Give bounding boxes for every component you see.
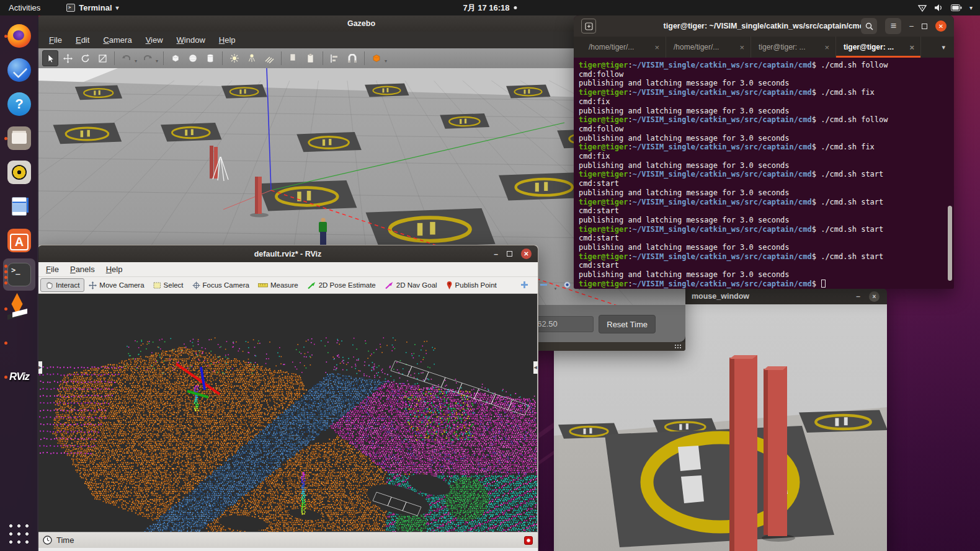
box-tool[interactable]: [167, 50, 184, 66]
tab-close-icon[interactable]: ×: [909, 43, 914, 52]
show-displays-panel-arrow[interactable]: ▶: [38, 361, 42, 374]
terminal-line: cmd:fix: [579, 97, 954, 107]
menu-window[interactable]: Window: [171, 33, 211, 46]
point-light-tool[interactable]: [226, 50, 243, 66]
tool-move-camera[interactable]: Move Camera: [84, 280, 148, 291]
select-arrow-tool[interactable]: [42, 50, 58, 66]
building-dropdown[interactable]: ▾: [385, 58, 387, 64]
dock-item-background-app[interactable]: [3, 327, 35, 359]
terminal-line: tiger@tiger:~/VISIM_single/catkin_ws/src…: [579, 225, 954, 234]
app-menu[interactable]: > Terminal ▾: [66, 3, 118, 12]
menu-help[interactable]: Help: [213, 33, 241, 46]
tab-list-dropdown[interactable]: ▾: [933, 43, 954, 51]
terminal-tab-0[interactable]: /home/tiger/...×: [581, 37, 666, 58]
reset-time-button[interactable]: Reset Time: [599, 315, 656, 333]
time-panel-header[interactable]: Time: [38, 532, 538, 548]
dock-item-rviz[interactable]: RViz: [3, 361, 35, 393]
rviz-icon: RViz: [7, 365, 31, 389]
menu-file[interactable]: File: [40, 263, 65, 276]
menu-panels[interactable]: Panels: [65, 263, 100, 276]
menu-button[interactable]: ≡: [885, 18, 901, 34]
show-applications-button[interactable]: [9, 524, 30, 545]
rviz-title: default.rviz* - RViz: [38, 250, 538, 258]
activities-button[interactable]: Activities: [0, 3, 49, 12]
tool-label: Interact: [56, 281, 79, 289]
tool-publish-point[interactable]: Publish Point: [442, 279, 501, 291]
remove-tool-dropdown[interactable]: ▾: [555, 286, 557, 291]
minimize-button[interactable]: –: [909, 22, 914, 30]
dock-item-thunderbird[interactable]: [3, 54, 35, 86]
tab-close-icon[interactable]: ×: [654, 43, 659, 52]
tool-pose-estimate[interactable]: 2D Pose Estimate: [303, 280, 380, 291]
undo-button[interactable]: [118, 50, 135, 66]
terminal-line: tiger@tiger:~/VISIM_single/catkin_ws/src…: [579, 280, 954, 289]
dock-item-ubuntu-software[interactable]: A: [3, 224, 35, 257]
tab-close-icon[interactable]: ×: [739, 43, 744, 52]
dock-item-gazebo[interactable]: [3, 293, 35, 325]
close-button[interactable]: ✕: [935, 20, 947, 32]
tool-focus-camera[interactable]: Focus Camera: [188, 280, 254, 291]
remove-tool-button[interactable]: [535, 279, 552, 291]
search-button[interactable]: [861, 18, 877, 34]
clock-label: 7月 17 16:18: [463, 2, 509, 14]
menu-edit[interactable]: Edit: [70, 33, 95, 46]
time-panel-close-button[interactable]: [524, 536, 533, 545]
terminal-tab-1[interactable]: /home/tiger/...×: [666, 37, 751, 58]
directional-light-tool[interactable]: [261, 50, 277, 66]
rotate-tool[interactable]: [77, 50, 93, 66]
pointcloud-canvas[interactable]: [38, 294, 538, 532]
close-button[interactable]: ✕: [521, 249, 532, 259]
align-tool[interactable]: [327, 50, 343, 66]
dock-item-rhythmbox[interactable]: [3, 156, 35, 188]
menu-file[interactable]: File: [43, 33, 68, 46]
chevron-down-icon[interactable]: ▾: [969, 4, 973, 11]
add-tool-button[interactable]: [516, 279, 533, 291]
close-button[interactable]: ×: [869, 291, 880, 302]
clock[interactable]: 7月 17 16:18: [463, 2, 517, 14]
scale-tool[interactable]: [94, 50, 110, 66]
dock-item-files[interactable]: [3, 122, 35, 154]
maximize-button[interactable]: [507, 251, 512, 257]
spot-light-tool[interactable]: [244, 50, 260, 66]
fps-value-field[interactable]: 62.50: [532, 316, 594, 332]
paste-button[interactable]: [303, 50, 319, 66]
new-tab-button[interactable]: [581, 19, 596, 33]
resize-grip[interactable]: [674, 344, 682, 350]
translate-tool[interactable]: [60, 50, 76, 66]
redo-dropdown[interactable]: ▾: [156, 58, 158, 64]
cylinder-tool[interactable]: [202, 50, 218, 66]
tab-close-icon[interactable]: ×: [824, 43, 829, 52]
building-editor-tool[interactable]: [368, 50, 385, 66]
menu-help[interactable]: Help: [100, 263, 128, 276]
terminal-tab-2[interactable]: tiger@tiger: ...×: [751, 37, 836, 58]
terminal-header[interactable]: tiger@tiger: ~/VISIM_single/catkin_ws/sr…: [574, 15, 954, 37]
minimize-button[interactable]: –: [494, 250, 498, 258]
redo-button[interactable]: [140, 50, 156, 66]
dock-item-firefox[interactable]: [3, 20, 35, 52]
undo-dropdown[interactable]: ▾: [135, 58, 137, 64]
minimize-button[interactable]: –: [856, 293, 860, 300]
tool-interact[interactable]: Interact: [40, 278, 84, 292]
tool-select[interactable]: Select: [149, 280, 188, 291]
maximize-button[interactable]: [922, 24, 927, 29]
volume-icon[interactable]: [934, 4, 943, 12]
tool-measure[interactable]: Measure: [254, 280, 303, 291]
snap-tool[interactable]: [344, 50, 360, 66]
scrollbar-thumb[interactable]: [948, 206, 952, 281]
sphere-tool[interactable]: [185, 50, 201, 66]
copy-button[interactable]: [285, 50, 301, 66]
chevron-down-icon: ▾: [116, 4, 119, 11]
terminal-tab-3[interactable]: tiger@tiger: ...×: [836, 37, 921, 58]
menu-view[interactable]: View: [140, 33, 169, 46]
show-views-panel-arrow[interactable]: ◀: [533, 361, 538, 374]
rviz-titlebar[interactable]: default.rviz* - RViz – ✕: [38, 245, 538, 262]
network-status-icon[interactable]: [918, 4, 927, 12]
rviz-3d-viewport[interactable]: [38, 294, 538, 532]
menu-camera[interactable]: Camera: [97, 33, 137, 46]
battery-icon[interactable]: [951, 4, 962, 11]
dock-item-help[interactable]: ?: [3, 88, 35, 120]
dock-item-libreoffice-writer[interactable]: [3, 190, 35, 223]
dock-item-terminal[interactable]: >_: [3, 258, 35, 291]
tool-nav-goal[interactable]: 2D Nav Goal: [380, 280, 442, 291]
terminal-content[interactable]: tiger@tiger:~/VISIM_single/catkin_ws/src…: [574, 58, 954, 289]
